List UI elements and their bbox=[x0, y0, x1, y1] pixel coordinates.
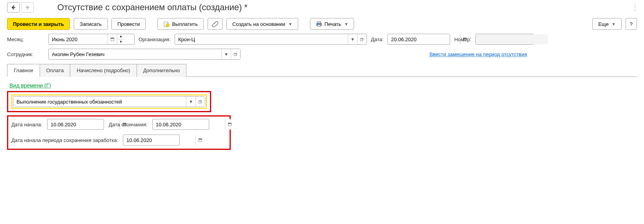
calendar-icon bbox=[228, 121, 232, 127]
printer-icon bbox=[316, 21, 322, 27]
tab-payment[interactable]: Оплата bbox=[40, 64, 71, 77]
substitution-link[interactable]: Ввести замещение на период отсутствия bbox=[429, 51, 527, 57]
paperclip-icon bbox=[212, 21, 218, 27]
pay-icon bbox=[163, 21, 170, 27]
period-start-calendar-button[interactable] bbox=[195, 135, 205, 145]
month-up-button[interactable]: ▲ bbox=[117, 34, 124, 39]
org-dropdown-button[interactable]: ▼ bbox=[348, 34, 357, 44]
employee-input[interactable] bbox=[49, 49, 221, 59]
month-calendar-button[interactable] bbox=[108, 34, 117, 44]
highlight-time-type: ▼ bbox=[7, 91, 211, 112]
create-based-button[interactable]: Создать на основании ▼ bbox=[226, 18, 298, 30]
org-open-button[interactable] bbox=[357, 34, 367, 44]
period-start-input[interactable] bbox=[123, 135, 195, 145]
end-date-calendar-button[interactable] bbox=[225, 119, 234, 129]
chevron-down-icon: ▼ bbox=[350, 37, 355, 42]
start-date-group bbox=[47, 119, 104, 130]
open-external-icon bbox=[234, 51, 238, 57]
end-date-label: Дата окончания: bbox=[109, 122, 148, 127]
arrow-left-icon bbox=[10, 4, 16, 11]
month-input[interactable] bbox=[49, 34, 108, 44]
calendar-icon bbox=[198, 137, 203, 143]
org-input[interactable] bbox=[175, 34, 348, 44]
attach-button[interactable] bbox=[208, 18, 223, 30]
arrow-right-icon bbox=[24, 4, 31, 11]
month-down-button[interactable]: ▼ bbox=[117, 39, 124, 44]
tab-content-main: Вид времени (Г) ▼ Дата начала: bbox=[7, 77, 637, 157]
svg-rect-22 bbox=[199, 139, 202, 140]
pay-label: Выплатить bbox=[172, 21, 198, 27]
print-button[interactable]: Печать ▼ bbox=[310, 18, 354, 30]
svg-point-3 bbox=[166, 24, 169, 27]
start-date-label: Дата начала: bbox=[11, 122, 42, 127]
employee-label: Сотрудник: bbox=[7, 51, 44, 57]
month-label: Месяц: bbox=[7, 36, 44, 42]
nav-back-button[interactable] bbox=[7, 2, 20, 13]
org-input-group: ▼ bbox=[175, 34, 367, 45]
number-input-group bbox=[475, 34, 534, 45]
more-button[interactable]: Еще ▼ bbox=[592, 18, 621, 30]
tab-strip: Главное Оплата Начислено (подробно) Допо… bbox=[7, 64, 637, 77]
time-type-input[interactable] bbox=[13, 97, 186, 107]
chevron-down-icon: ▼ bbox=[224, 52, 228, 56]
svg-rect-20 bbox=[228, 123, 231, 124]
end-date-input[interactable] bbox=[153, 119, 225, 129]
employee-dropdown-button[interactable]: ▼ bbox=[221, 49, 231, 59]
date-input-group bbox=[387, 34, 450, 45]
end-date-group bbox=[152, 119, 209, 130]
month-input-group: ▲ ▼ bbox=[48, 34, 135, 45]
page-title: Отсутствие с сохранением оплаты (создани… bbox=[57, 2, 248, 13]
more-label: Еще bbox=[598, 21, 608, 27]
period-start-group bbox=[123, 135, 180, 146]
chevron-down-icon: ▼ bbox=[288, 22, 292, 26]
number-label: Номер: bbox=[454, 36, 471, 42]
highlight-dates: Дата начала: Дата окончания: Дата начала… bbox=[7, 115, 231, 150]
svg-rect-16 bbox=[199, 101, 201, 104]
svg-rect-6 bbox=[317, 25, 321, 26]
period-start-label: Дата начала периода сохранения заработка… bbox=[11, 137, 118, 143]
employee-open-button[interactable] bbox=[231, 49, 240, 59]
open-external-icon bbox=[198, 98, 203, 105]
svg-rect-10 bbox=[360, 39, 363, 41]
svg-rect-14 bbox=[234, 54, 236, 56]
post-and-close-button[interactable]: Провести и закрыть bbox=[7, 18, 70, 30]
tab-extra[interactable]: Дополнительно bbox=[137, 64, 187, 77]
time-type-section-label[interactable]: Вид времени (Г) bbox=[9, 82, 637, 89]
tab-main[interactable]: Главное bbox=[7, 64, 40, 77]
chevron-down-icon: ▼ bbox=[344, 22, 348, 26]
kebab-menu-icon[interactable]: ⋮ bbox=[631, 3, 639, 12]
time-type-dropdown-button[interactable]: ▼ bbox=[186, 97, 195, 107]
chevron-down-icon: ▼ bbox=[612, 22, 616, 26]
create-based-label: Создать на основании bbox=[232, 21, 285, 27]
nav-forward-button bbox=[21, 2, 34, 13]
time-type-open-button[interactable] bbox=[195, 97, 205, 107]
post-button[interactable]: Провести bbox=[111, 18, 146, 30]
svg-rect-4 bbox=[317, 22, 321, 23]
print-label: Печать bbox=[325, 21, 341, 27]
highlight-time-type-inner: ▼ bbox=[11, 95, 207, 109]
pay-button[interactable]: Выплатить bbox=[157, 18, 204, 30]
number-input[interactable] bbox=[476, 34, 548, 44]
date-label: Дата: bbox=[371, 36, 383, 42]
svg-rect-8 bbox=[111, 38, 114, 39]
date-input[interactable] bbox=[388, 34, 460, 44]
time-type-input-group: ▼ bbox=[13, 96, 205, 107]
month-spinner: ▲ ▼ bbox=[117, 34, 124, 44]
employee-input-group: ▼ bbox=[48, 49, 241, 60]
tab-accrued[interactable]: Начислено (подробно) bbox=[70, 64, 137, 77]
help-button[interactable]: ? bbox=[626, 18, 637, 30]
open-external-icon bbox=[360, 36, 364, 42]
chevron-down-icon: ▼ bbox=[189, 99, 193, 104]
org-label: Организация: bbox=[139, 36, 171, 42]
write-button[interactable]: Записать bbox=[74, 18, 108, 30]
calendar-icon bbox=[110, 36, 115, 42]
